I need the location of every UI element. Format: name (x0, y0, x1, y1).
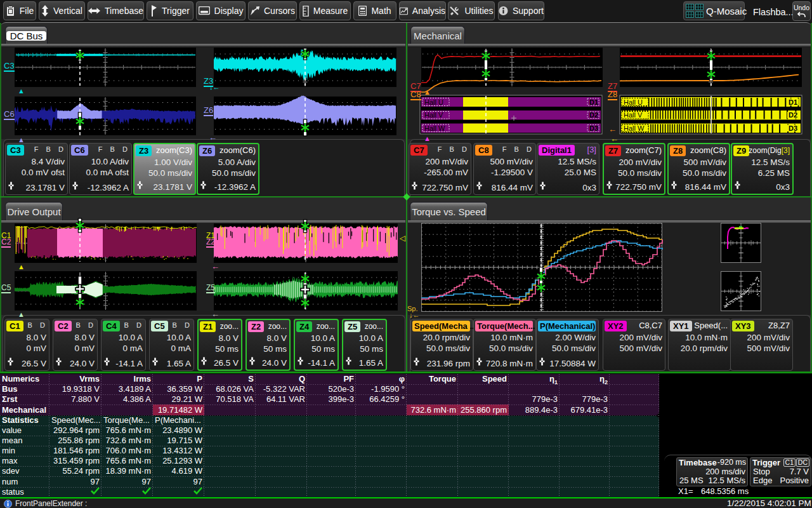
svg-text:Hall V: Hall V (424, 111, 443, 119)
svg-text:Hall U: Hall U (624, 98, 643, 106)
svg-text:Hall V: Hall V (624, 111, 643, 119)
svg-text:D3: D3 (789, 124, 797, 132)
svg-text:Hall W: Hall W (624, 124, 645, 132)
svg-text:D1: D1 (789, 98, 797, 106)
svg-text:D1: D1 (589, 98, 598, 106)
svg-text:D2: D2 (589, 111, 598, 119)
svg-text:D3: D3 (589, 124, 598, 132)
svg-text:Hall U: Hall U (424, 98, 443, 106)
svg-text:Hall W: Hall W (424, 124, 445, 132)
svg-text:D2: D2 (789, 111, 797, 119)
